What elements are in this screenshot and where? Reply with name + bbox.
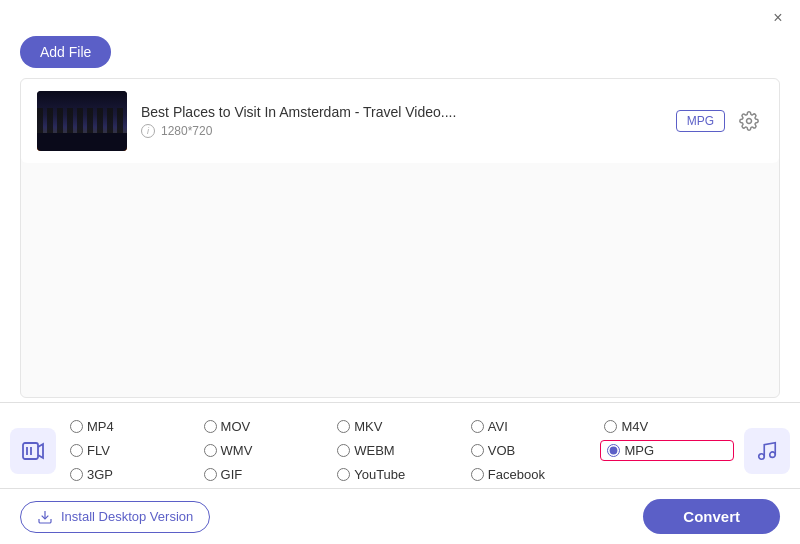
format-option-flv[interactable]: FLV — [66, 440, 200, 461]
video-format-icon[interactable] — [10, 428, 56, 474]
format-label-m4v: M4V — [621, 419, 648, 434]
format-option-mpg[interactable]: MPG — [600, 440, 734, 461]
format-label-vob: VOB — [488, 443, 515, 458]
file-list: Best Places to Visit In Amsterdam - Trav… — [20, 78, 780, 398]
format-option-facebook[interactable]: Facebook — [467, 465, 601, 484]
file-meta: i 1280*720 — [141, 124, 662, 138]
format-option-m4v[interactable]: M4V — [600, 417, 734, 436]
install-desktop-button[interactable]: Install Desktop Version — [20, 501, 210, 533]
format-label-youtube: YouTube — [354, 467, 405, 482]
format-label-mkv: MKV — [354, 419, 382, 434]
file-info: Best Places to Visit In Amsterdam - Trav… — [141, 104, 662, 138]
svg-point-5 — [770, 451, 776, 457]
format-label-avi: AVI — [488, 419, 508, 434]
format-option-mkv[interactable]: MKV — [333, 417, 467, 436]
format-option-youtube[interactable]: YouTube — [333, 465, 467, 484]
close-button[interactable]: × — [768, 8, 788, 28]
install-label: Install Desktop Version — [61, 509, 193, 524]
format-label-gif: GIF — [221, 467, 243, 482]
format-badge[interactable]: MPG — [676, 110, 725, 132]
format-option-vob[interactable]: VOB — [467, 440, 601, 461]
format-option-mov[interactable]: MOV — [200, 417, 334, 436]
svg-point-4 — [759, 453, 765, 459]
toolbar: Add File — [0, 36, 800, 78]
file-actions: MPG — [676, 107, 763, 135]
info-icon: i — [141, 124, 155, 138]
format-option-avi[interactable]: AVI — [467, 417, 601, 436]
format-option-gif[interactable]: GIF — [200, 465, 334, 484]
file-item: Best Places to Visit In Amsterdam - Trav… — [21, 79, 779, 163]
svg-point-0 — [747, 119, 752, 124]
settings-button[interactable] — [735, 107, 763, 135]
format-option-webm[interactable]: WEBM — [333, 440, 467, 461]
format-label-webm: WEBM — [354, 443, 394, 458]
add-file-button[interactable]: Add File — [20, 36, 111, 68]
format-label-facebook: Facebook — [488, 467, 545, 482]
format-selector: MP4 MOV MKV AVI M4V FLV — [0, 402, 800, 544]
format-inner: MP4 MOV MKV AVI M4V FLV — [0, 413, 800, 488]
format-option-wmv[interactable]: WMV — [200, 440, 334, 461]
file-resolution: 1280*720 — [161, 124, 212, 138]
format-label-3gp: 3GP — [87, 467, 113, 482]
format-option-3gp[interactable]: 3GP — [66, 465, 200, 484]
format-option-mp4[interactable]: MP4 — [66, 417, 200, 436]
action-bar: Install Desktop Version Convert — [0, 488, 800, 544]
format-label-mp4: MP4 — [87, 419, 114, 434]
format-label-flv: FLV — [87, 443, 110, 458]
format-label-wmv: WMV — [221, 443, 253, 458]
file-thumbnail — [37, 91, 127, 151]
format-grid: MP4 MOV MKV AVI M4V FLV — [66, 413, 734, 488]
format-label-mov: MOV — [221, 419, 251, 434]
format-label-mpg: MPG — [624, 443, 654, 458]
file-title: Best Places to Visit In Amsterdam - Trav… — [141, 104, 662, 120]
title-bar: × — [0, 0, 800, 36]
convert-button[interactable]: Convert — [643, 499, 780, 534]
audio-format-icon[interactable] — [744, 428, 790, 474]
